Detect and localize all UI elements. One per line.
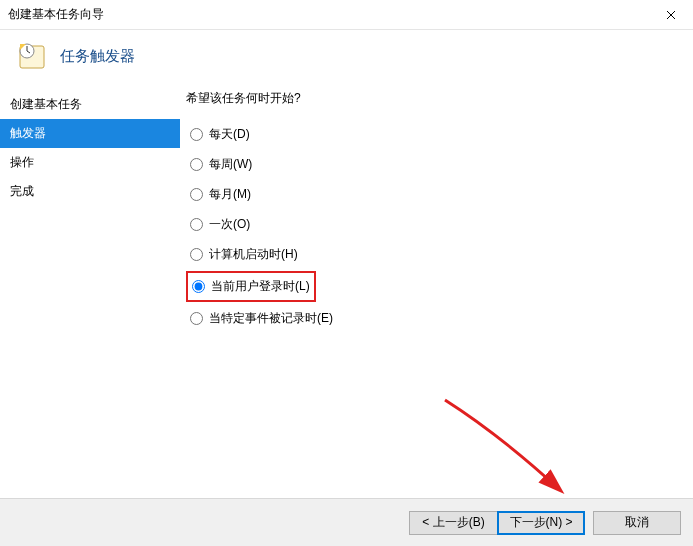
clock-icon (16, 40, 48, 72)
radio-daily[interactable] (190, 128, 203, 141)
wizard-header: 任务触发器 (0, 30, 693, 90)
radio-startup-label: 计算机启动时(H) (209, 246, 298, 263)
radio-monthly-label: 每月(M) (209, 186, 251, 203)
page-title: 任务触发器 (60, 47, 135, 66)
radio-weekly[interactable] (190, 158, 203, 171)
window-title: 创建基本任务向导 (8, 6, 104, 23)
trigger-option-event[interactable]: 当特定事件被记录时(E) (186, 305, 677, 332)
trigger-option-logon[interactable]: 当前用户登录时(L) (186, 271, 316, 302)
trigger-option-daily[interactable]: 每天(D) (186, 121, 677, 148)
radio-startup[interactable] (190, 248, 203, 261)
sidebar-item-create-task[interactable]: 创建基本任务 (0, 90, 180, 119)
radio-daily-label: 每天(D) (209, 126, 250, 143)
trigger-option-once[interactable]: 一次(O) (186, 211, 677, 238)
trigger-option-startup[interactable]: 计算机启动时(H) (186, 241, 677, 268)
sidebar-item-trigger[interactable]: 触发器 (0, 119, 180, 148)
radio-once[interactable] (190, 218, 203, 231)
sidebar: 创建基本任务 触发器 操作 完成 (0, 90, 180, 488)
close-button[interactable] (648, 0, 693, 30)
radio-logon-label: 当前用户登录时(L) (211, 278, 310, 295)
trigger-option-weekly[interactable]: 每周(W) (186, 151, 677, 178)
sidebar-item-finish[interactable]: 完成 (0, 177, 180, 206)
trigger-prompt: 希望该任务何时开始? (186, 90, 677, 107)
radio-event[interactable] (190, 312, 203, 325)
radio-once-label: 一次(O) (209, 216, 250, 233)
trigger-option-monthly[interactable]: 每月(M) (186, 181, 677, 208)
next-button[interactable]: 下一步(N) > (497, 511, 585, 535)
wizard-footer: < 上一步(B) 下一步(N) > 取消 (0, 498, 693, 546)
main-panel: 希望该任务何时开始? 每天(D) 每周(W) 每月(M) 一次(O) 计算机启动… (180, 90, 693, 488)
radio-logon[interactable] (192, 280, 205, 293)
radio-event-label: 当特定事件被记录时(E) (209, 310, 333, 327)
titlebar: 创建基本任务向导 (0, 0, 693, 30)
back-button[interactable]: < 上一步(B) (409, 511, 497, 535)
radio-weekly-label: 每周(W) (209, 156, 252, 173)
sidebar-item-action[interactable]: 操作 (0, 148, 180, 177)
close-icon (666, 10, 676, 20)
radio-monthly[interactable] (190, 188, 203, 201)
wizard-body: 创建基本任务 触发器 操作 完成 希望该任务何时开始? 每天(D) 每周(W) … (0, 90, 693, 488)
cancel-button[interactable]: 取消 (593, 511, 681, 535)
nav-button-group: < 上一步(B) 下一步(N) > (409, 511, 585, 535)
